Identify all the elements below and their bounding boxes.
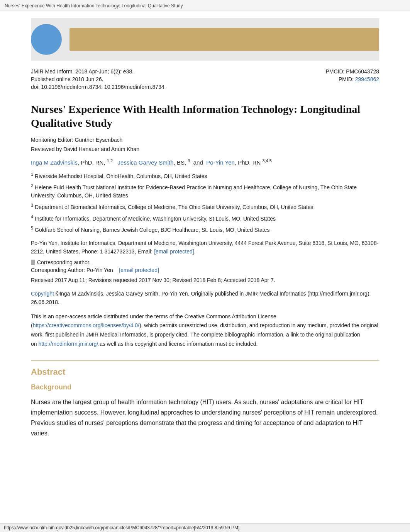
author-2-link[interactable]: Jessica Garvey Smith [118, 159, 174, 166]
corresponding-label: Corresponding author. [37, 259, 91, 265]
abstract-heading: Abstract [31, 367, 379, 377]
banner-logo-text-area [69, 28, 379, 51]
abstract-divider [31, 360, 379, 361]
aff-4-num: 4 [31, 214, 33, 219]
affiliation-3: 3 Department of Biomedical Informatics, … [31, 202, 379, 211]
cc-license-link[interactable]: https://creativecommons.org/licenses/by/… [33, 322, 139, 328]
aff-1-text: Riverside Methodist Hospital, OhioHealth… [35, 173, 207, 179]
author-2-credentials: , BS, [174, 159, 186, 166]
status-bar-url: https://www-ncbi-nlm-nih-gov.db25.linccw… [4, 525, 239, 530]
affiliation-2: 2 Helene Fuld Health Trust National Inst… [31, 182, 379, 200]
background-heading: Background [31, 383, 379, 391]
status-bar: https://www-ncbi-nlm-nih-gov.db25.linccw… [0, 523, 410, 532]
aff-2-text: Helene Fuld Health Trust National Instit… [31, 184, 357, 199]
meta-right: PMCID: PMC6043728 PMID: 29945862 [325, 68, 379, 92]
author-1-superscript: 1,2 [107, 158, 113, 163]
authors-line: Inga M Zadvinskis, PhD, RN, 1,2 Jessica … [31, 158, 379, 166]
affiliation-1: 1 Riverside Methodist Hospital, OhioHeal… [31, 171, 379, 180]
monitoring-editor: Monitoring Editor: Gunther Eysenbach [31, 137, 379, 143]
copyright-text: ©Inga M Zadvinskis, Jessica Garvey Smith… [31, 291, 371, 305]
email-protected-1[interactable]: [email protected] [154, 248, 194, 255]
reviewed-by: Reviewed by David Hanauer and Anum Khan [31, 146, 379, 152]
aff-4-text: Institute for Informatics, Department of… [35, 215, 276, 221]
corresponding-block: Corresponding author. [31, 259, 379, 265]
email-protected-2[interactable]: [email protected] [119, 267, 159, 273]
pmcid: PMCID: PMC6043728 [325, 68, 379, 75]
corresponding-author-text: Corresponding Author: Po-Yin Yen [31, 267, 113, 273]
header-banner [31, 18, 379, 61]
author-1-link[interactable]: Inga M Zadvinskis [31, 159, 78, 166]
article-title: Nurses' Experience With Health Informati… [31, 102, 379, 131]
background-text: Nurses are the largest group of health i… [31, 397, 379, 439]
author-3-link[interactable]: Po-Yin Yen [206, 159, 235, 166]
pmid-link[interactable]: 29945862 [355, 76, 379, 82]
browser-tab: Nurses' Experience With Health Informati… [0, 0, 410, 10]
pmid: PMID: 29945862 [325, 76, 379, 82]
author-connector: and [193, 159, 203, 166]
received-line: Received 2017 Aug 11; Revisions requeste… [31, 277, 379, 283]
meta-left: JMIR Med Inform. 2018 Apr-Jun; 6(2): e38… [31, 68, 325, 92]
aff-3-text: Department of Biomedical Informatics, Co… [35, 204, 313, 210]
doi-line: doi: 10.2196/medinform.8734: 10.2196/med… [31, 84, 325, 90]
copyright-block: Copyright ©Inga M Zadvinskis, Jessica Ga… [31, 289, 379, 307]
contact-block: Po-Yin Yen, Institute for Informatics, D… [31, 239, 379, 256]
contact-text: Po-Yin Yen, Institute for Informatics, D… [31, 240, 378, 255]
journal-info: JMIR Med Inform. 2018 Apr-Jun; 6(2): e38… [31, 68, 325, 75]
aff-1-num: 1 [31, 172, 33, 177]
article-meta: JMIR Med Inform. 2018 Apr-Jun; 6(2): e38… [31, 68, 379, 92]
page-content: JMIR Med Inform. 2018 Apr-Jun; 6(2): e38… [0, 18, 410, 466]
aff-3-num: 3 [31, 203, 33, 207]
published-online: Published online 2018 Jun 26. [31, 76, 325, 82]
author-2-superscript: 3 [188, 158, 190, 163]
author-3-credentials: , PhD, RN [235, 159, 261, 166]
banner-logo-circle [31, 24, 62, 55]
open-access-block: This is an open-access article distribut… [31, 312, 379, 349]
open-access-text-3: .as well as this copyright and license i… [98, 341, 258, 347]
aff-2-num: 2 [31, 183, 33, 188]
tab-title: Nurses' Experience With Health Informati… [5, 3, 183, 8]
jmir-link[interactable]: http://medinform.jmir.org/ [38, 341, 98, 347]
copyright-link[interactable]: Copyright [31, 291, 54, 297]
corresponding-icon [31, 260, 35, 265]
pmid-label: PMID: [339, 76, 354, 82]
affiliation-5: 5 Goldfarb School of Nursing, Barnes Jew… [31, 225, 379, 234]
author-1-credentials: , PhD, RN, [78, 159, 105, 166]
aff-5-num: 5 [31, 226, 33, 230]
corresponding-author-line: Corresponding Author: Po-Yin Yen [email … [31, 267, 379, 273]
affiliation-4: 4 Institute for Informatics, Department … [31, 214, 379, 223]
author-3-superscript: 3,4,5 [263, 158, 272, 163]
aff-5-text: Goldfarb School of Nursing, Barnes Jewis… [35, 227, 270, 233]
